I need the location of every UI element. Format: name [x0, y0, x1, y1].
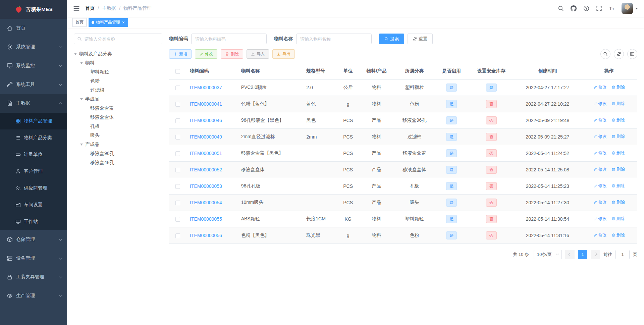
row-delete-button[interactable]: 删除 [611, 150, 625, 156]
item-code-link[interactable]: ITEM00000041 [190, 101, 222, 107]
tab-close-icon[interactable]: × [122, 20, 125, 24]
row-edit-button[interactable]: 修改 [593, 85, 607, 90]
refresh-button[interactable] [614, 49, 624, 59]
tab-item[interactable]: 首页 [72, 18, 87, 27]
search-icon[interactable] [558, 5, 564, 11]
row-delete-button[interactable]: 删除 [611, 183, 625, 189]
row-delete-button[interactable]: 删除 [611, 200, 625, 205]
user-menu[interactable] [622, 3, 638, 14]
row-delete-button[interactable]: 删除 [611, 134, 625, 140]
tree-node[interactable]: 物料及产品分类 [74, 49, 162, 58]
row-edit-button[interactable]: 修改 [593, 101, 607, 107]
row-edit-button[interactable]: 修改 [593, 232, 607, 238]
export-button[interactable]: 导出 [272, 49, 295, 59]
sidebar-subitem-ruler[interactable]: 计量单位 [0, 146, 67, 163]
row-delete-button[interactable]: 删除 [611, 216, 625, 222]
hamburger-icon[interactable] [73, 5, 80, 12]
row-edit-button[interactable]: 修改 [593, 183, 607, 189]
item-code-link[interactable]: ITEM00000037 [190, 85, 222, 90]
item-code-link[interactable]: ITEM00000055 [190, 216, 222, 222]
sidebar-item-home[interactable]: 首页 [0, 19, 67, 38]
row-delete-button[interactable]: 删除 [611, 232, 625, 238]
item-code-link[interactable]: ITEM00000051 [190, 151, 222, 156]
sidebar-subitem-building[interactable]: 车间设置 [0, 197, 67, 213]
tree-node[interactable]: 移液盒盒盖 [74, 104, 162, 113]
row-delete-button[interactable]: 删除 [611, 167, 625, 172]
row-checkbox[interactable] [175, 135, 180, 140]
category-search-input[interactable] [74, 34, 162, 44]
row-delete-button[interactable]: 删除 [611, 85, 625, 90]
sidebar-subitem-list[interactable]: 物料产品分类 [0, 129, 67, 146]
tree-node[interactable]: 半成品 [74, 95, 162, 104]
tree-node[interactable]: 孔板 [74, 122, 162, 131]
sidebar-subitem-user[interactable]: 客户管理 [0, 163, 67, 180]
font-size-icon[interactable]: TT [609, 5, 615, 11]
sidebar-item-data[interactable]: 主数据 [0, 94, 67, 113]
tree-node[interactable]: 产成品 [74, 140, 162, 149]
add-button[interactable]: 新增 [169, 49, 192, 59]
sidebar-item-gear[interactable]: 系统管理 [0, 38, 67, 56]
sidebar-item-tool[interactable]: 系统工具 [0, 75, 67, 94]
row-edit-button[interactable]: 修改 [593, 200, 607, 205]
sidebar-item-production[interactable]: 生产管理 [0, 286, 67, 305]
goto-page-input[interactable] [615, 250, 630, 259]
row-edit-button[interactable]: 修改 [593, 134, 607, 140]
item-code-link[interactable]: ITEM00000054 [190, 200, 222, 205]
row-checkbox[interactable] [175, 217, 180, 222]
item-code-link[interactable]: ITEM00000049 [190, 134, 222, 140]
github-icon[interactable] [571, 5, 577, 11]
tree-node[interactable]: 吸头 [74, 131, 162, 140]
row-checkbox[interactable] [175, 201, 180, 205]
sidebar-item-warehouse[interactable]: 仓储管理 [0, 230, 67, 249]
next-page-button[interactable] [591, 250, 600, 259]
tree-node[interactable]: 移液盒48孔 [74, 158, 162, 167]
item-code-link[interactable]: ITEM00000046 [190, 118, 222, 123]
row-edit-button[interactable]: 修改 [593, 216, 607, 222]
tree-node[interactable]: 物料 [74, 58, 162, 67]
row-edit-button[interactable]: 修改 [593, 167, 607, 172]
edit-button[interactable]: 修改 [195, 49, 217, 59]
row-checkbox[interactable] [175, 151, 180, 156]
row-delete-button[interactable]: 删除 [611, 101, 625, 107]
page-size-select[interactable]: 10条/页 [534, 250, 562, 259]
delete-button[interactable]: 删除 [221, 49, 243, 59]
sidebar-subitem-grid[interactable]: 物料产品管理 [0, 113, 67, 129]
select-all-checkbox[interactable] [175, 69, 180, 74]
item-name-input[interactable] [296, 34, 372, 44]
toggle-search-button[interactable] [600, 49, 610, 59]
breadcrumb-item[interactable]: 首页 [85, 5, 95, 11]
item-code-link[interactable]: ITEM00000056 [190, 233, 222, 238]
row-checkbox[interactable] [175, 102, 180, 107]
search-button[interactable]: 搜索 [379, 34, 404, 44]
tree-node[interactable]: 移液盒盒体 [74, 113, 162, 122]
item-code-input[interactable] [191, 34, 267, 44]
app-logo[interactable]: 苦糖果MES [0, 0, 67, 19]
row-checkbox[interactable] [175, 86, 180, 90]
item-code-link[interactable]: ITEM00000052 [190, 167, 222, 172]
row-edit-button[interactable]: 修改 [593, 150, 607, 156]
row-delete-button[interactable]: 删除 [611, 117, 625, 123]
row-checkbox[interactable] [175, 118, 180, 123]
row-checkbox[interactable] [175, 168, 180, 172]
prev-page-button[interactable] [565, 250, 575, 259]
tree-node[interactable]: 移液盒96孔 [74, 149, 162, 158]
sidebar-subitem-desktop[interactable]: 工作站 [0, 213, 67, 230]
fullscreen-icon[interactable] [596, 5, 602, 11]
help-icon[interactable] [583, 5, 589, 11]
column-settings-button[interactable] [627, 49, 637, 59]
page-number-button[interactable]: 1 [578, 250, 587, 259]
sidebar-item-monitor[interactable]: 系统监控 [0, 56, 67, 75]
row-checkbox[interactable] [175, 184, 180, 189]
tree-node[interactable]: 过滤棉 [74, 86, 162, 95]
tree-node[interactable]: 塑料颗粒 [74, 67, 162, 76]
item-code-link[interactable]: ITEM00000053 [190, 183, 222, 189]
tree-node[interactable]: 色粉 [74, 76, 162, 86]
sidebar-subitem-users[interactable]: 供应商管理 [0, 180, 67, 197]
tab-item[interactable]: 物料产品管理× [89, 18, 128, 27]
reset-button[interactable]: 重置 [408, 34, 433, 44]
sidebar-item-fixture[interactable]: 工装夹具管理 [0, 268, 67, 286]
row-checkbox[interactable] [175, 233, 180, 238]
sidebar-item-device[interactable]: 设备管理 [0, 249, 67, 268]
import-button[interactable]: 导入 [247, 49, 269, 59]
row-edit-button[interactable]: 修改 [593, 117, 607, 123]
